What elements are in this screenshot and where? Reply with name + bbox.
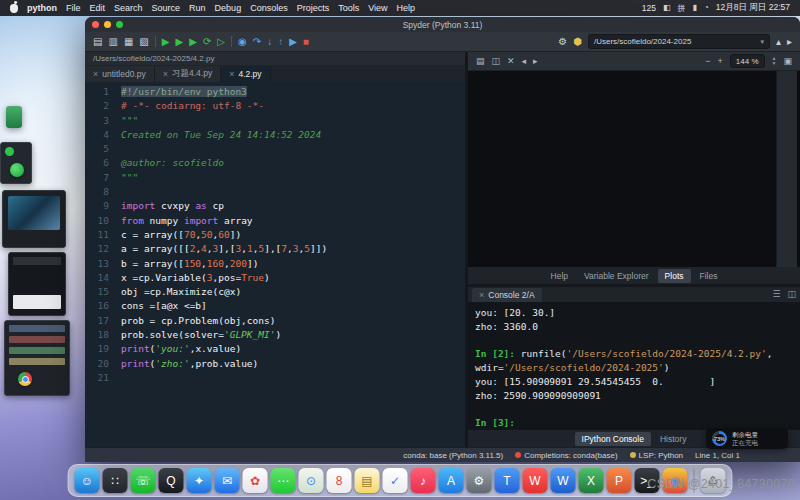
previous-plot-icon[interactable]: ◂ <box>522 57 527 66</box>
menu-view[interactable]: View <box>368 3 387 13</box>
step-icon[interactable]: ↷ <box>253 37 261 47</box>
dock-wechat[interactable]: ☏ <box>131 468 156 493</box>
dock-excel[interactable]: X <box>579 468 604 493</box>
menu-tools[interactable]: Tools <box>338 3 359 13</box>
code-line: x =cp.Variable(3,pos=True) <box>121 271 465 285</box>
console-options-icon[interactable]: ☰ <box>772 290 780 299</box>
close-icon[interactable]: × <box>163 69 168 79</box>
close-icon[interactable]: × <box>229 69 234 79</box>
minimized-window-thumbnail[interactable] <box>2 190 66 248</box>
dock-launchpad[interactable]: ∷ <box>103 468 128 493</box>
menu-source[interactable]: Source <box>152 3 181 13</box>
zoom-button[interactable] <box>116 21 123 28</box>
dock-messages[interactable]: ⋯ <box>271 468 296 493</box>
remove-plot-icon[interactable]: ✕ <box>507 57 515 66</box>
console-split-icon[interactable]: ◫ <box>787 290 796 299</box>
dock-mail[interactable]: ✉ <box>215 468 240 493</box>
menu-consoles[interactable]: Consoles <box>250 3 288 13</box>
zoom-spinner[interactable]: ▲▼ <box>772 56 777 66</box>
save-all-icon[interactable]: ▧ <box>139 37 148 47</box>
dock-word[interactable]: W <box>551 468 576 493</box>
run-selection-icon[interactable]: ▷ <box>217 37 225 47</box>
dock-system-settings[interactable]: ⚙ <box>467 468 492 493</box>
console-output[interactable]: you: [20. 30.]zho: 3360.0 In [2]: runfil… <box>468 302 800 430</box>
titlebar[interactable]: Spyder (Python 3.11) <box>85 17 800 32</box>
browse-directory-icon[interactable]: ▴ <box>776 37 781 47</box>
menu-search[interactable]: Search <box>114 3 143 13</box>
display-icon[interactable]: ◧ <box>663 3 671 14</box>
pane-tab-variable-explorer[interactable]: Variable Explorer <box>577 269 656 283</box>
dock-maps[interactable]: ⊙ <box>299 468 324 493</box>
save-plot-icon[interactable]: ▤ <box>476 57 485 66</box>
menu-help[interactable]: Help <box>397 3 416 13</box>
working-directory-selector[interactable]: /Users/scofieldo/2024-2025 ▾ <box>588 34 770 49</box>
minimize-button[interactable] <box>104 21 111 28</box>
next-plot-icon[interactable]: ▸ <box>533 57 538 66</box>
copy-plot-icon[interactable]: ◫ <box>492 57 501 66</box>
console-tab-label: Console 2/A <box>488 290 534 300</box>
dock-safari[interactable]: ✦ <box>187 468 212 493</box>
pane-tab-help[interactable]: Help <box>544 269 575 283</box>
pane-tab-files[interactable]: Files <box>693 269 725 283</box>
dock-notes[interactable]: ▤ <box>355 468 380 493</box>
rerun-cell-icon[interactable]: ⟳ <box>203 37 211 47</box>
plots-thumbnail-list[interactable] <box>776 71 797 267</box>
dock-calendar[interactable]: 8 <box>327 468 352 493</box>
menu-debug[interactable]: Debug <box>215 3 242 13</box>
zoom-level[interactable]: 144 % <box>730 54 765 68</box>
minimized-window-thumbnail[interactable] <box>6 106 22 128</box>
menu-app-name[interactable]: python <box>27 3 57 13</box>
step-return-icon[interactable]: ↑ <box>278 37 283 47</box>
close-button[interactable] <box>92 21 99 28</box>
dock-wps[interactable]: W <box>523 468 548 493</box>
dock-translate[interactable]: T <box>495 468 520 493</box>
run-cell-advance-icon[interactable]: ▶ <box>189 37 197 47</box>
wechat-badge-icon[interactable] <box>10 163 24 177</box>
zoom-in-icon[interactable]: + <box>718 57 723 66</box>
close-icon[interactable]: × <box>93 69 98 79</box>
save-icon[interactable]: ▦ <box>124 37 133 47</box>
console-tab-history[interactable]: History <box>653 432 693 446</box>
dock-finder[interactable]: ☺ <box>75 468 100 493</box>
dock-reminders[interactable]: ✓ <box>383 468 408 493</box>
step-into-icon[interactable]: ↓ <box>267 37 272 47</box>
control-center-icon[interactable]: ◔ <box>704 3 709 14</box>
menu-file[interactable]: File <box>66 3 81 13</box>
parent-directory-icon[interactable]: ▸ <box>787 37 792 47</box>
new-file-icon[interactable]: ▤ <box>93 37 102 47</box>
editor-tab-习题4.4.py[interactable]: ×习题4.4.py <box>155 66 221 82</box>
code-area[interactable]: 123456789101112131415161718192021 #!/usr… <box>85 82 465 447</box>
dock-app-store[interactable]: A <box>439 468 464 493</box>
menu-run[interactable]: Run <box>189 3 206 13</box>
debug-continue-icon[interactable]: ▶ <box>289 37 297 47</box>
menu-projects[interactable]: Projects <box>297 3 330 13</box>
dock-qq[interactable]: Q <box>159 468 184 493</box>
open-file-icon[interactable]: ▥ <box>108 37 117 47</box>
input-method-icon[interactable]: 拼 <box>678 3 686 14</box>
minimized-window-thumbnail[interactable] <box>8 252 66 316</box>
battery-widget[interactable]: 73% 剩余电量 正在充电 <box>706 428 788 449</box>
pane-tab-plots[interactable]: Plots <box>658 269 691 283</box>
zoom-out-icon[interactable]: − <box>705 57 710 66</box>
console-tab[interactable]: × Console 2/A <box>472 288 542 302</box>
run-cell-icon[interactable]: ▶ <box>176 37 184 47</box>
pythonpath-icon[interactable]: ⬢ <box>573 37 582 47</box>
chrome-badge-icon[interactable] <box>18 372 32 386</box>
console-tab-ipython-console[interactable]: IPython Console <box>575 432 651 446</box>
close-icon[interactable]: × <box>479 290 484 300</box>
menu-edit[interactable]: Edit <box>90 3 106 13</box>
dock-music[interactable]: ♪ <box>411 468 436 493</box>
apple-logo-icon[interactable] <box>10 4 18 13</box>
run-file-icon[interactable]: ▶ <box>162 37 170 47</box>
fit-plot-icon[interactable]: ▣ <box>783 57 792 66</box>
debug-file-icon[interactable]: ◉ <box>238 37 247 47</box>
dock-photos[interactable]: ✿ <box>243 468 268 493</box>
preferences-icon[interactable]: ⚙ <box>558 37 567 47</box>
editor-tab-untitled0.py[interactable]: ×untitled0.py <box>85 66 155 82</box>
minimized-window-thumbnail[interactable] <box>4 320 70 396</box>
menubar-clock[interactable]: 12月8日 周日 22:57 <box>716 2 790 14</box>
editor-tab-4.2.py[interactable]: ×4.2.py <box>221 66 270 82</box>
dock-powerpoint[interactable]: P <box>607 468 632 493</box>
battery-icon[interactable]: ▮ <box>693 3 697 14</box>
stop-icon[interactable]: ■ <box>303 37 309 47</box>
